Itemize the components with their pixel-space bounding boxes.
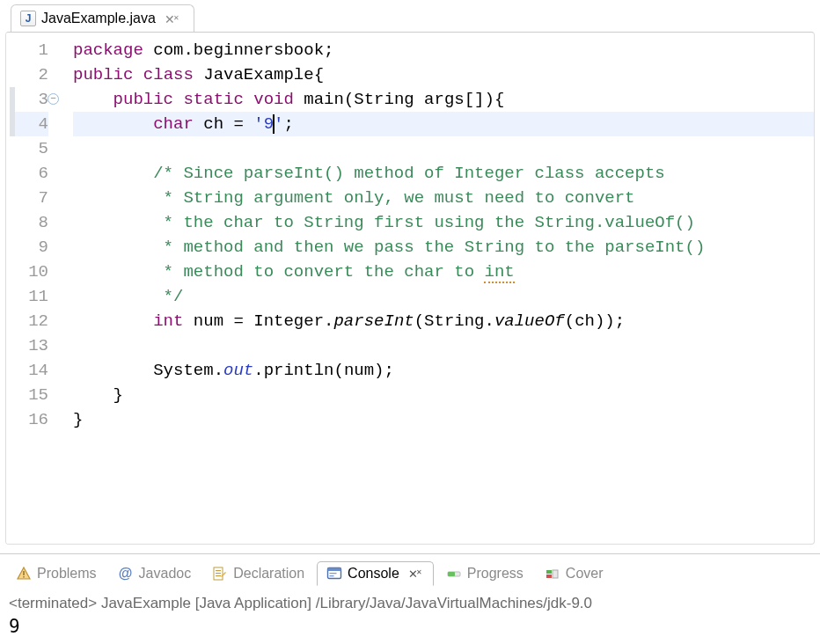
line-number: 2 bbox=[10, 62, 48, 87]
line-number: 8 bbox=[10, 210, 48, 235]
svg-rect-1 bbox=[23, 576, 24, 578]
tab-problems[interactable]: Problems bbox=[7, 562, 106, 585]
line-number: 16 bbox=[10, 407, 48, 432]
editor-tabs: J JavaExample.java ✕ bbox=[0, 0, 820, 32]
code-line: package com.beginnersbook; bbox=[73, 38, 814, 62]
line-number: 5 bbox=[10, 136, 48, 161]
file-tab[interactable]: J JavaExample.java ✕ bbox=[11, 4, 194, 32]
code-line: * the char to String first using the Str… bbox=[73, 210, 814, 235]
svg-rect-4 bbox=[216, 573, 221, 574]
code-line: char ch = '9'; bbox=[73, 112, 814, 136]
tab-coverage[interactable]: Cover bbox=[536, 562, 612, 585]
line-gutter: 1 2 3− 4 5 6 7 8 9 10 11 12 13 14 15 16 bbox=[6, 33, 55, 544]
tab-declaration[interactable]: Declaration bbox=[203, 562, 313, 585]
code-area[interactable]: package com.beginnersbook; public class … bbox=[55, 33, 814, 544]
svg-rect-3 bbox=[216, 570, 221, 571]
svg-rect-11 bbox=[448, 572, 455, 576]
console-meta: <terminated> JavaExample [Java Applicati… bbox=[7, 593, 813, 616]
line-number: 10 bbox=[10, 260, 48, 284]
line-number: 12 bbox=[10, 309, 48, 333]
declaration-icon bbox=[212, 566, 228, 582]
svg-rect-0 bbox=[23, 571, 24, 575]
tab-label: Console bbox=[348, 566, 399, 582]
tab-javadoc[interactable]: @ Javadoc bbox=[109, 562, 201, 585]
progress-icon bbox=[446, 566, 462, 582]
svg-rect-8 bbox=[330, 573, 337, 574]
code-line: public class JavaExample{ bbox=[73, 62, 814, 87]
code-line: /* Since parseInt() method of Integer cl… bbox=[73, 161, 814, 186]
line-number: 1 bbox=[10, 38, 48, 62]
java-file-icon: J bbox=[20, 11, 36, 26]
code-line: * String argument only, we must need to … bbox=[73, 186, 814, 210]
code-line: * method to convert the char to int bbox=[73, 260, 814, 284]
code-line bbox=[73, 136, 814, 161]
line-number: 15 bbox=[10, 383, 48, 407]
line-number: 7 bbox=[10, 186, 48, 210]
svg-rect-7 bbox=[328, 568, 341, 572]
tab-progress[interactable]: Progress bbox=[437, 562, 532, 585]
code-line: * method and then we pass the String to … bbox=[73, 235, 814, 260]
line-number: 6 bbox=[10, 161, 48, 186]
line-number: 13 bbox=[10, 333, 48, 358]
console-output: 9 bbox=[7, 616, 813, 637]
code-line: */ bbox=[73, 284, 814, 309]
svg-rect-14 bbox=[553, 570, 558, 578]
close-icon[interactable]: ✕ bbox=[161, 12, 185, 26]
svg-rect-13 bbox=[546, 574, 552, 578]
code-line: } bbox=[73, 383, 814, 407]
line-number: 4 bbox=[10, 112, 48, 136]
code-line: public static void main(String args[]){ bbox=[73, 87, 814, 112]
line-number: 3− bbox=[10, 87, 48, 112]
bottom-tabs: Problems @ Javadoc Declaration Console ✕… bbox=[0, 553, 820, 589]
code-line: } bbox=[73, 407, 814, 432]
console-icon bbox=[326, 566, 342, 582]
file-tab-label: JavaExample.java bbox=[41, 11, 156, 26]
close-icon[interactable]: ✕✕ bbox=[405, 567, 424, 581]
line-number: 11 bbox=[10, 284, 48, 309]
code-line: int num = Integer.parseInt(String.valueO… bbox=[73, 309, 814, 333]
tab-label: Problems bbox=[37, 566, 97, 582]
tab-console[interactable]: Console ✕✕ bbox=[317, 561, 434, 586]
at-sign-icon: @ bbox=[118, 566, 134, 582]
line-number: 9 bbox=[10, 235, 48, 260]
console-view: <terminated> JavaExample [Java Applicati… bbox=[0, 589, 820, 644]
coverage-icon bbox=[545, 566, 560, 582]
code-line: System.out.println(num); bbox=[73, 358, 814, 383]
code-line bbox=[73, 333, 814, 358]
svg-rect-9 bbox=[330, 575, 334, 576]
line-number: 14 bbox=[10, 358, 48, 383]
svg-rect-5 bbox=[216, 575, 221, 576]
svg-rect-12 bbox=[546, 570, 552, 574]
code-editor[interactable]: 1 2 3− 4 5 6 7 8 9 10 11 12 13 14 15 16 … bbox=[5, 32, 815, 545]
tab-label: Declaration bbox=[233, 566, 304, 582]
tab-label: Javadoc bbox=[139, 566, 192, 582]
warning-icon bbox=[16, 566, 32, 582]
tab-label: Progress bbox=[467, 566, 523, 582]
tab-label: Cover bbox=[566, 566, 604, 582]
